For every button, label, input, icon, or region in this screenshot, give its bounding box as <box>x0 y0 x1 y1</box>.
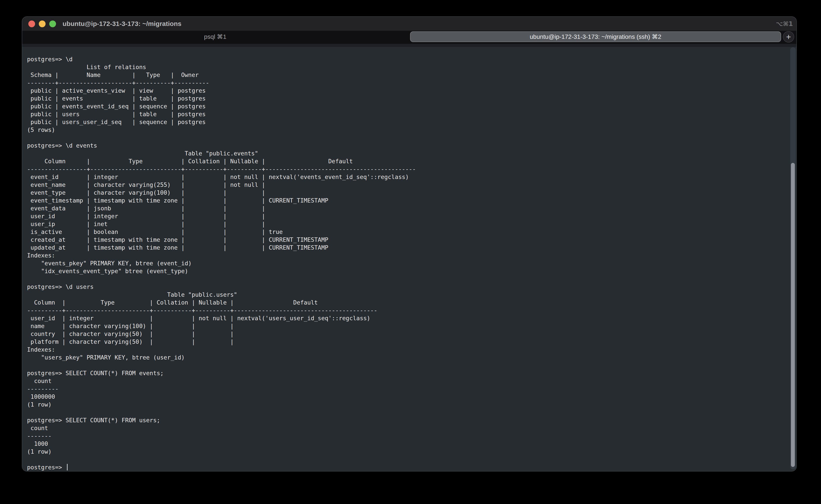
traffic-lights <box>28 20 56 27</box>
text-cursor <box>67 464 68 470</box>
terminal-output: postgres=> \d List of relations Schema |… <box>27 55 796 463</box>
tab-psql-label: psql ⌘1 <box>204 33 227 40</box>
scrollbar-thumb[interactable] <box>791 163 795 467</box>
terminal-prompt: postgres=> <box>27 464 66 471</box>
plus-icon: + <box>786 33 791 41</box>
tab-ssh-migrations[interactable]: ubuntu@ip-172-31-3-173: ~/migrations (ss… <box>410 31 781 42</box>
terminal-prompt-line: postgres=> <box>27 463 796 471</box>
tabbar-divider <box>22 44 796 47</box>
zoom-button[interactable] <box>49 20 56 27</box>
window-shortcut-hint: ⌥⌘1 <box>776 20 793 27</box>
tab-psql[interactable]: psql ⌘1 <box>22 31 408 42</box>
minimize-button[interactable] <box>39 20 46 27</box>
window-titlebar[interactable]: ubuntu@ip-172-31-3-173: ~/migrations ⌥⌘1 <box>22 17 796 31</box>
terminal-screen[interactable]: postgres=> \d List of relations Schema |… <box>22 47 796 471</box>
terminal-window: ubuntu@ip-172-31-3-173: ~/migrations ⌥⌘1… <box>22 16 797 472</box>
close-button[interactable] <box>28 20 35 27</box>
tab-ssh-migrations-label: ubuntu@ip-172-31-3-173: ~/migrations (ss… <box>530 33 661 40</box>
window-title: ubuntu@ip-172-31-3-173: ~/migrations <box>63 20 181 27</box>
tab-bar: psql ⌘1 ubuntu@ip-172-31-3-173: ~/migrat… <box>22 31 796 44</box>
desktop: ubuntu@ip-172-31-3-173: ~/migrations ⌥⌘1… <box>0 0 821 504</box>
new-tab-button[interactable]: + <box>783 31 794 43</box>
